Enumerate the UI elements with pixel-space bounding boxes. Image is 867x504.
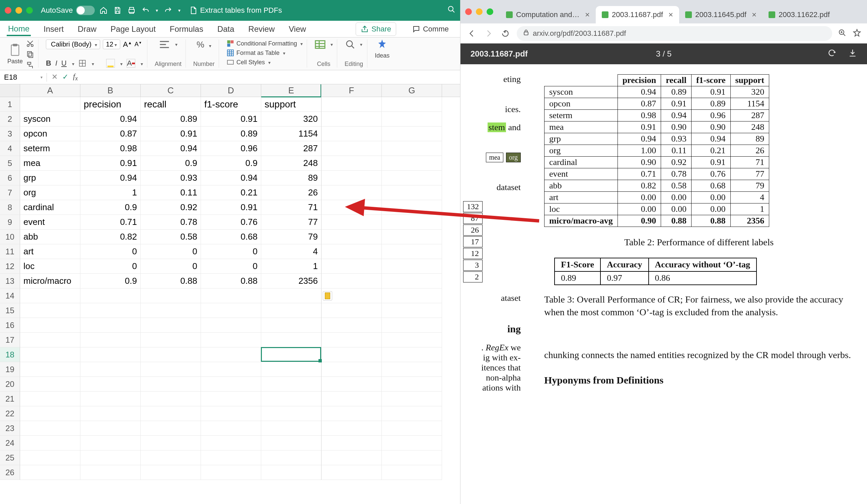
cell[interactable] — [321, 112, 382, 127]
undo-icon[interactable] — [142, 6, 150, 14]
col-header-E[interactable]: E — [261, 84, 321, 97]
cell[interactable]: art — [20, 244, 81, 259]
cell[interactable]: 320 — [261, 112, 321, 127]
maximize-icon[interactable] — [26, 7, 33, 14]
cell[interactable] — [382, 200, 442, 215]
row-header[interactable]: 25 — [0, 450, 20, 465]
name-box[interactable]: E18▾ — [0, 73, 47, 82]
cell[interactable] — [81, 465, 141, 480]
cell[interactable]: 0.89 — [201, 127, 261, 141]
cell[interactable] — [382, 333, 442, 347]
cell[interactable]: 0.91 — [141, 127, 201, 141]
cell[interactable] — [201, 303, 261, 318]
cell[interactable]: 1154 — [261, 127, 321, 141]
cell[interactable]: event — [20, 215, 81, 230]
border-button[interactable] — [78, 59, 86, 67]
menu-data[interactable]: Data — [216, 22, 236, 36]
row-header[interactable]: 3 — [0, 127, 20, 141]
cell[interactable] — [321, 185, 382, 200]
cell[interactable]: 0 — [201, 244, 261, 259]
copy-icon[interactable] — [26, 50, 34, 58]
cell[interactable]: 0.9 — [81, 200, 141, 215]
cell[interactable]: cardinal — [20, 200, 81, 215]
row-header[interactable]: 8 — [0, 200, 20, 215]
cell[interactable] — [201, 450, 261, 465]
row-header[interactable]: 24 — [0, 436, 20, 450]
cell[interactable] — [382, 377, 442, 392]
cell[interactable] — [81, 333, 141, 347]
cell[interactable] — [261, 303, 321, 318]
cell[interactable] — [321, 215, 382, 230]
cell[interactable] — [20, 436, 81, 450]
cell[interactable] — [141, 362, 201, 377]
cell[interactable] — [81, 377, 141, 392]
cell[interactable] — [382, 259, 442, 274]
row-header[interactable]: 7 — [0, 185, 20, 200]
menu-review[interactable]: Review — [247, 22, 276, 36]
row-header[interactable]: 19 — [0, 362, 20, 377]
cell[interactable] — [81, 318, 141, 333]
row-header[interactable]: 23 — [0, 421, 20, 436]
increase-font-button[interactable]: A▲ — [123, 40, 132, 49]
cell[interactable]: 0.96 — [201, 141, 261, 156]
cell[interactable] — [382, 230, 442, 244]
cell[interactable]: 287 — [261, 141, 321, 156]
row-header[interactable]: 12 — [0, 259, 20, 274]
cell[interactable]: 0.91 — [201, 112, 261, 127]
cell[interactable]: 0 — [81, 244, 141, 259]
back-button[interactable] — [467, 28, 477, 39]
cell[interactable]: 77 — [261, 215, 321, 230]
row-header[interactable]: 15 — [0, 303, 20, 318]
search-icon[interactable] — [447, 6, 456, 13]
tab-close-button[interactable]: × — [668, 10, 673, 19]
row-header[interactable]: 22 — [0, 406, 20, 421]
autosave-toggle[interactable]: AutoSave — [41, 6, 95, 15]
comments-button[interactable]: Comme — [408, 23, 453, 35]
cell[interactable] — [141, 406, 201, 421]
row-header[interactable]: 21 — [0, 392, 20, 406]
cell[interactable] — [81, 436, 141, 450]
cell[interactable] — [321, 303, 382, 318]
cell[interactable] — [141, 436, 201, 450]
cell[interactable] — [201, 288, 261, 303]
cell[interactable]: 0.78 — [141, 215, 201, 230]
row-header[interactable]: 17 — [0, 333, 20, 347]
cell[interactable]: 0.82 — [81, 230, 141, 244]
cell[interactable] — [382, 112, 442, 127]
cell[interactable] — [321, 465, 382, 480]
address-bar[interactable]: arxiv.org/pdf/2003.11687.pdf — [517, 26, 832, 41]
cell[interactable] — [201, 392, 261, 406]
cell[interactable] — [81, 406, 141, 421]
cell[interactable]: 26 — [261, 185, 321, 200]
minimize-icon[interactable] — [15, 7, 22, 14]
paste-button[interactable]: Paste — [7, 44, 23, 65]
cell[interactable] — [261, 450, 321, 465]
cell[interactable] — [141, 333, 201, 347]
cell[interactable] — [321, 377, 382, 392]
close-icon[interactable] — [465, 8, 472, 15]
menu-insert[interactable]: Insert — [42, 22, 65, 36]
cell[interactable] — [382, 436, 442, 450]
cell[interactable]: 4 — [261, 244, 321, 259]
cell[interactable] — [321, 97, 382, 112]
rotate-button[interactable] — [827, 48, 836, 59]
col-header-G[interactable]: G — [382, 84, 442, 97]
cell[interactable] — [382, 318, 442, 333]
cell[interactable] — [261, 347, 321, 362]
cell[interactable] — [261, 421, 321, 436]
zoom-icon[interactable] — [838, 29, 846, 38]
cell[interactable] — [20, 97, 81, 112]
cell[interactable] — [382, 362, 442, 377]
row-header[interactable]: 14 — [0, 288, 20, 303]
format-painter-icon[interactable] — [26, 61, 34, 69]
save-icon[interactable] — [114, 6, 121, 14]
underline-button[interactable]: U — [61, 59, 67, 68]
cell[interactable] — [20, 450, 81, 465]
cell[interactable] — [20, 318, 81, 333]
number-more[interactable] — [207, 40, 211, 50]
cell[interactable] — [321, 259, 382, 274]
row-header[interactable]: 1 — [0, 97, 20, 112]
col-header-C[interactable]: C — [141, 84, 201, 97]
cell[interactable] — [20, 347, 81, 362]
cell[interactable] — [321, 406, 382, 421]
